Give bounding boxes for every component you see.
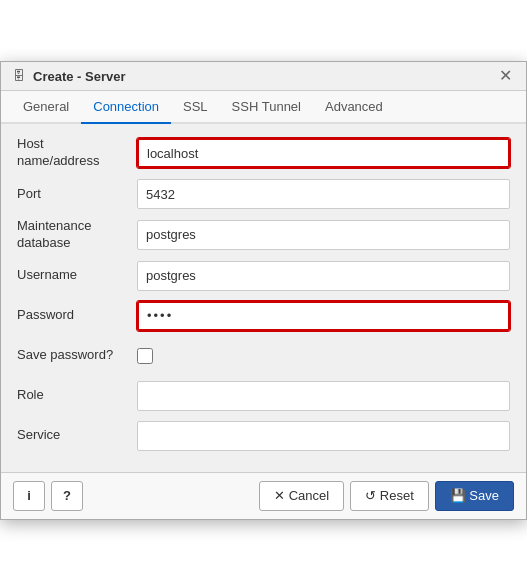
create-server-dialog: 🗄 Create - Server ✕ General Connection S… [0,61,527,520]
footer: i ? ✕ Cancel ↺ Reset 💾 Save [1,472,526,519]
maintenance-input[interactable] [137,220,510,250]
role-label: Role [17,387,137,404]
role-row: Role [17,380,510,412]
role-input[interactable] [137,381,510,411]
info-button[interactable]: i [13,481,45,511]
port-input[interactable] [137,179,510,209]
username-row: Username [17,260,510,292]
password-row: Password [17,300,510,332]
port-label: Port [17,186,137,203]
username-input[interactable] [137,261,510,291]
password-label: Password [17,307,137,324]
save-password-row: Save password? [17,340,510,372]
tab-general[interactable]: General [11,91,81,124]
username-label: Username [17,267,137,284]
port-row: Port [17,178,510,210]
save-button[interactable]: 💾 Save [435,481,514,511]
form-area: Host name/address Port Maintenance datab… [1,124,526,472]
host-input[interactable] [137,138,510,168]
title-bar: 🗄 Create - Server ✕ [1,62,526,91]
save-password-checkbox[interactable] [137,348,153,364]
maintenance-label: Maintenance database [17,218,137,252]
dialog-title: Create - Server [33,69,126,84]
save-password-label: Save password? [17,347,137,364]
maintenance-row: Maintenance database [17,218,510,252]
service-label: Service [17,427,137,444]
host-row: Host name/address [17,136,510,170]
title-bar-left: 🗄 Create - Server [11,68,126,84]
footer-left-buttons: i ? [13,481,83,511]
close-button[interactable]: ✕ [495,68,516,84]
tab-ssl[interactable]: SSL [171,91,220,124]
service-row: Service [17,420,510,452]
tab-connection[interactable]: Connection [81,91,171,124]
password-input[interactable] [137,301,510,331]
tabs-bar: General Connection SSL SSH Tunnel Advanc… [1,91,526,124]
dialog-icon: 🗄 [11,68,27,84]
tab-advanced[interactable]: Advanced [313,91,395,124]
tab-ssh-tunnel[interactable]: SSH Tunnel [220,91,313,124]
cancel-button[interactable]: ✕ Cancel [259,481,344,511]
reset-button[interactable]: ↺ Reset [350,481,429,511]
footer-right-buttons: ✕ Cancel ↺ Reset 💾 Save [259,481,514,511]
host-label: Host name/address [17,136,137,170]
service-input[interactable] [137,421,510,451]
help-button[interactable]: ? [51,481,83,511]
